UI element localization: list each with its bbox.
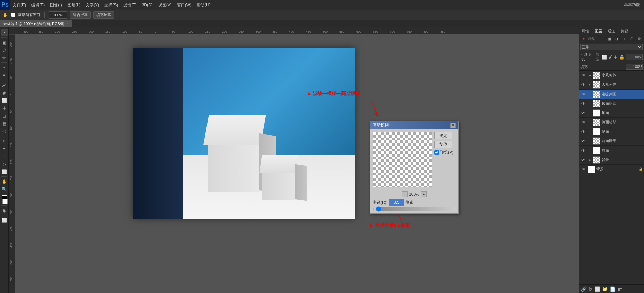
menu-select[interactable]: 选择(S) — [102, 0, 121, 10]
document-tab[interactable]: 未标题-1 @ 100% (边缘刻画, RGB/8) × — [0, 20, 72, 27]
layer-expand-icon[interactable]: ▶ — [588, 157, 592, 163]
layer-item[interactable]: 👁 ▼ 大几何体 — [579, 80, 644, 90]
panel-filter-pixel[interactable]: ▣ — [606, 36, 613, 42]
menu-view[interactable]: 视图(V) — [155, 0, 174, 10]
dialog-title-bar[interactable]: 高斯模糊 ✕ — [370, 121, 458, 129]
layer-item[interactable]: 👁 ▶ 小几何体 — [579, 71, 644, 80]
text-tool[interactable]: T — [1, 153, 8, 160]
dialog-buttons: 确定 复位 预览(P) — [434, 132, 453, 190]
panel-tab-channels[interactable]: 通道 — [605, 27, 618, 35]
layer-visibility-toggle[interactable]: 👁 — [580, 82, 586, 88]
tab-close-button[interactable]: × — [66, 20, 68, 27]
layer-visibility-toggle[interactable]: 👁 — [580, 138, 586, 144]
panel-filter-shape[interactable]: ⬡ — [629, 36, 635, 42]
panel-filter-text[interactable]: T — [621, 36, 628, 42]
gradient-tool[interactable]: ▦ — [1, 120, 8, 127]
menu-3d[interactable]: 3D(D) — [139, 0, 155, 10]
layer-item[interactable]: 👁 背景 🔒 — [579, 165, 644, 174]
layer-expand-icon[interactable]: ▶ — [588, 72, 592, 78]
layer-visibility-toggle[interactable]: 👁 — [580, 148, 586, 154]
crop-tool[interactable]: ✂ — [1, 64, 8, 71]
lock-position-icon[interactable]: ✚ — [614, 55, 618, 60]
lasso-tool[interactable]: ⬡ — [1, 46, 8, 54]
link-layers-icon[interactable]: 🔗 — [581, 286, 587, 292]
new-layer-icon[interactable]: 📄 — [610, 286, 615, 292]
layer-visibility-toggle[interactable]: 👁 — [580, 129, 586, 135]
lock-all-icon[interactable]: 🔒 — [619, 55, 625, 60]
dodge-tool[interactable]: ○ — [1, 137, 8, 144]
panel-filter-adj[interactable]: ◑ — [614, 36, 620, 42]
lock-image-icon[interactable]: 🖌 — [608, 55, 613, 60]
fit-screen-button[interactable]: 适合屏幕 — [70, 11, 91, 19]
quick-select-tool[interactable]: ✏ — [1, 54, 8, 61]
menu-window[interactable]: 窗口(W) — [174, 0, 194, 10]
panel-kind-icon[interactable]: 🔻 — [580, 36, 587, 42]
gaussian-reset-button[interactable]: 复位 — [434, 141, 452, 148]
new-group-icon[interactable]: 📁 — [602, 286, 608, 292]
history-brush-tool[interactable]: ✚ — [1, 104, 8, 112]
layer-expand-icon[interactable]: ▼ — [588, 82, 592, 88]
hand-tool[interactable]: ✋ — [1, 178, 8, 185]
marquee-tool[interactable]: ▣ — [1, 39, 8, 46]
clone-tool[interactable]: ⬜ — [1, 97, 8, 104]
move-tool[interactable]: ↕ — [1, 29, 8, 36]
layer-item[interactable]: 👁 ▶ 背景 — [579, 155, 644, 165]
lock-transparent-icon[interactable]: ⬜ — [602, 55, 607, 60]
opacity-input[interactable]: 100% — [626, 54, 643, 60]
quick-mask-tool[interactable]: ◉ — [1, 207, 8, 214]
menu-image[interactable]: 图像(I) — [47, 0, 64, 10]
menu-layer[interactable]: 图层(L) — [65, 0, 83, 10]
layer-item[interactable]: 👁 侧面暗部 — [579, 118, 644, 127]
panel-filter-smart[interactable]: ⚙ — [636, 36, 643, 42]
menu-filter[interactable]: 滤镜(T) — [121, 0, 139, 10]
path-selection-tool[interactable]: ▷ — [1, 160, 8, 168]
panel-tab-layers[interactable]: 图层 — [592, 27, 605, 35]
zoom-tool[interactable]: 🔍 — [1, 185, 8, 193]
shape-tool[interactable]: ⬜ — [1, 168, 8, 175]
zoom-in-button[interactable]: + — [421, 191, 427, 197]
add-mask-icon[interactable]: ⬜ — [594, 286, 600, 292]
scroll-all-checkbox[interactable] — [11, 13, 15, 17]
layer-item[interactable]: 👁 前面暗部 — [579, 136, 644, 146]
blend-mode-select[interactable]: 正常 — [580, 44, 643, 50]
menu-file[interactable]: 文件(F) — [10, 0, 29, 10]
menu-text[interactable]: 文字(Y) — [83, 0, 102, 10]
fill-input[interactable]: 100% — [626, 64, 643, 70]
hand-tool-icon[interactable]: ✋ — [2, 12, 8, 18]
layer-visibility-toggle[interactable]: 👁 — [580, 119, 586, 125]
fill-screen-button[interactable]: 填充屏幕 — [93, 11, 114, 19]
layer-visibility-toggle[interactable]: 👁 — [580, 72, 586, 78]
preview-check[interactable] — [434, 150, 439, 155]
healing-tool[interactable]: 🖌 — [1, 81, 8, 89]
screen-mode-tool[interactable]: ⬜ — [1, 216, 8, 224]
eyedropper-tool[interactable]: ✒ — [1, 71, 8, 79]
menu-help[interactable]: 帮助(H) — [194, 0, 213, 10]
background-color[interactable] — [2, 199, 8, 204]
layer-item[interactable]: 👁 侧面 — [579, 127, 644, 136]
zoom-out-button[interactable]: - — [402, 191, 408, 197]
brush-tool[interactable]: ◉ — [1, 89, 8, 96]
dialog-close-button[interactable]: ✕ — [450, 123, 456, 128]
zoom-input[interactable]: 100% — [49, 11, 67, 19]
menu-edit[interactable]: 编辑(E) — [29, 0, 47, 10]
panel-tab-paths[interactable]: 路径 — [618, 27, 631, 35]
panel-tab-properties[interactable]: 属性 — [579, 27, 592, 35]
radius-slider[interactable] — [376, 207, 456, 211]
delete-layer-icon[interactable]: 🗑 — [617, 286, 622, 292]
layer-item[interactable]: 👁 顶面暗部 — [579, 99, 644, 108]
radius-input[interactable]: 0.5 — [389, 199, 404, 206]
blur-tool[interactable]: ◌ — [1, 127, 8, 135]
gaussian-confirm-button[interactable]: 确定 — [434, 132, 452, 139]
layer-visibility-toggle[interactable]: 👁 — [580, 166, 586, 172]
eraser-tool[interactable]: ◻ — [1, 112, 8, 119]
layer-item[interactable]: 👁 边缘刻画 — [579, 90, 644, 99]
pen-tool[interactable]: ✒ — [1, 145, 8, 152]
layer-item[interactable]: 👁 顶面 — [579, 108, 644, 118]
layer-visibility-toggle[interactable]: 👁 — [580, 101, 586, 107]
layer-visibility-toggle[interactable]: 👁 — [580, 91, 586, 97]
layer-visibility-toggle[interactable]: 👁 — [580, 157, 586, 163]
add-style-icon[interactable]: fx — [589, 286, 592, 292]
preview-checkbox[interactable]: 预览(P) — [434, 150, 453, 155]
layer-visibility-toggle[interactable]: 👁 — [580, 110, 586, 116]
layer-item[interactable]: 👁 前面 — [579, 146, 644, 155]
